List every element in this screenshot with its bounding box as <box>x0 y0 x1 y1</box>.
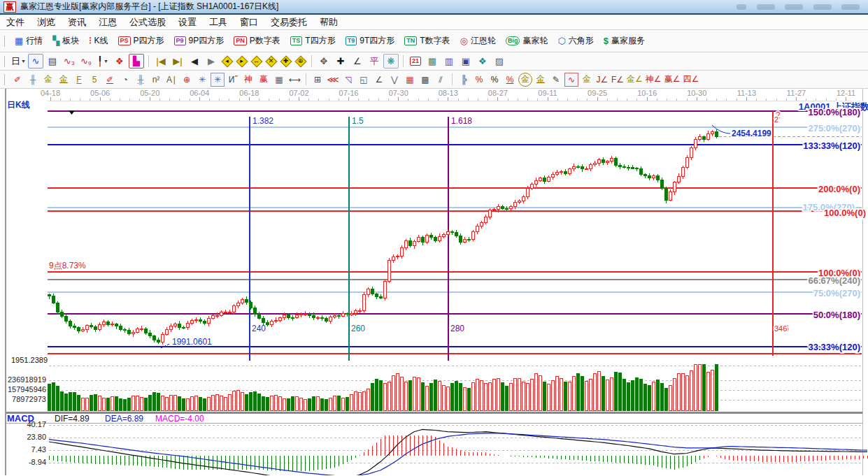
spiral5-icon[interactable]: 5 <box>87 73 101 87</box>
quotes-button[interactable]: ▦行情 <box>10 34 48 48</box>
button-label: 赢家轮 <box>522 35 548 47</box>
gann-pattern-icon[interactable]: ❖ <box>112 54 127 68</box>
wave9-icon[interactable]: ∿₉ <box>78 54 94 68</box>
si-angle-icon[interactable]: 四∠ <box>682 73 699 87</box>
t-table-button[interactable]: TNT数字表 <box>399 34 455 48</box>
p-table-button[interactable]: PNP数字表 <box>229 34 285 48</box>
kline-button[interactable]: ⫶K线 <box>84 34 113 48</box>
parallel-lines-icon[interactable]: ⫽ <box>434 73 448 87</box>
diamond-target-button[interactable]: ⊕ <box>294 55 306 67</box>
chart-canvas[interactable]: 04-1805-0605-2006-0406-1807-0207-1607-30… <box>0 89 868 475</box>
price-scale-icon[interactable]: ╠ <box>457 73 471 87</box>
wave-box-icon[interactable]: ∿ <box>564 73 578 87</box>
p9-square-button[interactable]: P99P四方形 <box>169 34 229 48</box>
winner-wheel-button[interactable]: Big赢家轮 <box>501 34 553 48</box>
grid123-icon[interactable]: ▦ <box>272 73 286 87</box>
grid2-tool-icon[interactable]: ╫ <box>134 73 148 87</box>
gann-wheel-button[interactable]: ◎江恩轮 <box>455 34 501 48</box>
menu-browse[interactable]: 浏览 <box>31 15 62 29</box>
gold-grid1-icon[interactable]: 金 <box>41 73 55 87</box>
menu-news[interactable]: 资讯 <box>62 15 92 29</box>
gold-grid2-icon[interactable]: 金 <box>57 73 71 87</box>
first-bar-icon[interactable]: |◀ <box>153 54 169 68</box>
boxed-snowflake-icon[interactable]: ✳ <box>211 73 225 87</box>
ying-angle-icon[interactable]: 赢∠ <box>664 73 681 87</box>
info-panel-icon[interactable]: ▤ <box>45 54 60 68</box>
percent-line-icon[interactable]: % <box>503 73 517 87</box>
zigzag-tool-icon[interactable]: ∿ <box>28 54 43 68</box>
grid-tool-icon[interactable]: ╫ <box>26 73 40 87</box>
last-bar-icon[interactable]: ▶| <box>170 54 185 68</box>
gold-line-icon[interactable]: 金 <box>534 73 548 87</box>
menu-help[interactable]: 帮助 <box>313 15 344 29</box>
diamond-right-button[interactable]: ▸ <box>236 55 248 67</box>
notebook-icon[interactable]: ▥ <box>441 54 457 68</box>
menu-formula-pick[interactable]: 公式选股 <box>123 15 172 29</box>
winner-service-button[interactable]: $赢家服务 <box>599 34 650 48</box>
volume-scale-label: 78972973 <box>12 395 46 403</box>
diamond-close-button[interactable]: ✕ <box>265 55 277 67</box>
circle-cross-icon[interactable]: ⊕ <box>180 73 194 87</box>
menu-file[interactable]: 文件 <box>0 15 31 29</box>
workstation-icon[interactable]: ▨ <box>492 54 507 68</box>
shen-angle-icon[interactable]: 神∠ <box>645 73 662 87</box>
compute-tool-icon[interactable]: ❋ <box>383 54 399 68</box>
span-tool-icon[interactable]: ⟷ <box>287 73 301 87</box>
snowflake-icon[interactable]: ✳ <box>195 73 209 87</box>
hexagon-button[interactable]: ⬡六角形 <box>553 34 598 48</box>
annotate-icon[interactable]: ✎ <box>549 73 563 87</box>
diamond-cross-button[interactable]: ✚ <box>280 55 292 67</box>
last-close-label: 2454.4199 <box>732 129 771 138</box>
gold-circle-icon[interactable]: 金 <box>518 73 532 87</box>
gold-bars-icon[interactable]: 金 <box>580 73 594 87</box>
sectors-button[interactable]: ▚板块 <box>48 34 84 48</box>
period-day-icon[interactable]: 日▼ <box>10 54 27 68</box>
gann-text-tool-icon[interactable]: 平 <box>367 54 382 68</box>
wave3-icon[interactable]: ∿₃ <box>62 54 77 68</box>
next-bar-icon[interactable]: ▶ <box>204 54 219 68</box>
diamond-expand-button[interactable]: ↔ <box>250 55 262 67</box>
brush-tool-icon[interactable]: ✐ <box>10 73 24 87</box>
volume-profile-icon[interactable]: ▙ <box>129 54 144 68</box>
gold-angle-icon[interactable]: 金∠ <box>626 73 643 87</box>
hand-tool-icon[interactable]: ✥ <box>316 54 332 68</box>
menu-trade[interactable]: 交易委托 <box>264 15 313 29</box>
menu-gann[interactable]: 江恩 <box>92 15 123 29</box>
candle-style-icon[interactable]: ╿▼ <box>95 54 111 68</box>
p-square-button[interactable]: PSP四方形 <box>113 34 169 48</box>
calculator-icon[interactable]: ▦ <box>425 54 440 68</box>
box-plus-icon[interactable]: ⊞ <box>311 73 325 87</box>
j-angle-icon[interactable]: J∠ <box>595 73 609 87</box>
menu-tools[interactable]: 工具 <box>203 15 234 29</box>
calendar-button[interactable]: 21 <box>408 54 423 68</box>
knife-tool-icon[interactable]: ✐ <box>103 73 117 87</box>
measure-tool-icon[interactable]: ∠ <box>350 54 365 68</box>
menu-window[interactable]: 窗口 <box>234 15 264 29</box>
f-grid-icon[interactable]: F <box>72 73 86 87</box>
v-lines-icon[interactable]: ⋁ <box>387 73 401 87</box>
red-grid-icon[interactable]: ▦ <box>403 73 417 87</box>
percent-red-icon[interactable]: % <box>472 73 486 87</box>
a-line-icon[interactable]: A∣ <box>164 73 178 87</box>
gann-note-label: 9点8.73% <box>49 261 86 271</box>
t-square-button[interactable]: TST四方形 <box>285 34 341 48</box>
purple-fan-icon[interactable]: ◹ <box>341 73 355 87</box>
time-cycle-icon[interactable]: ◔ <box>118 73 132 87</box>
ying-grid-icon[interactable]: 赢 <box>257 73 271 87</box>
diamond-left-button[interactable]: ◂ <box>221 55 233 67</box>
dark-fan-icon[interactable]: ◱ <box>357 73 371 87</box>
menu-settings[interactable]: 设置 <box>172 15 203 29</box>
red-fan-icon[interactable]: ⋘ <box>326 73 340 87</box>
t9-square-button[interactable]: T99T四方形 <box>341 34 400 48</box>
percent-icon[interactable]: % <box>488 73 501 87</box>
dark-grid-icon[interactable]: ▩ <box>418 73 432 87</box>
crosshair-tool-icon[interactable]: ✚ <box>333 54 348 68</box>
shen-grid-icon[interactable]: 神 <box>241 73 255 87</box>
count-tool-icon[interactable]: И˝ <box>226 73 240 87</box>
export-icon[interactable]: ❖ <box>475 54 490 68</box>
angle-lines-icon[interactable]: ∠ <box>372 73 386 87</box>
n-square-icon[interactable]: n² <box>149 73 163 87</box>
f-angle-icon[interactable]: F∠ <box>611 73 625 87</box>
save-icon[interactable]: ▣ <box>458 54 474 68</box>
prev-bar-icon[interactable]: ◀ <box>187 54 202 68</box>
